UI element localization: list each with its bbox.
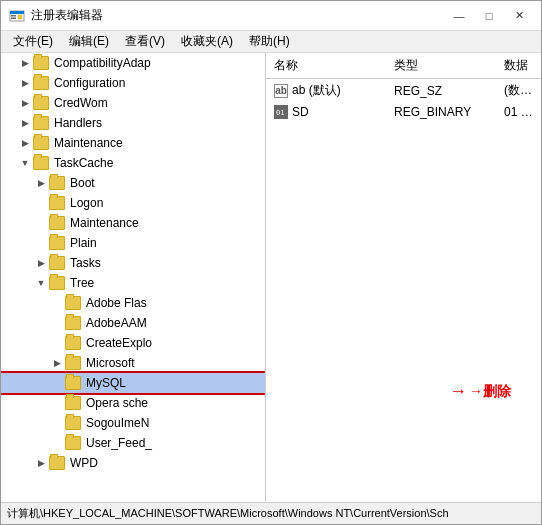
registry-tree-panel[interactable]: ▶ CompatibilityAdap ▶ Configuration ▶ C: [1, 53, 266, 502]
value-data-cell: (数值未: [496, 81, 541, 100]
tree-row[interactable]: ▶ Maintenance: [1, 133, 265, 153]
tree-row[interactable]: ▶ Boot: [1, 173, 265, 193]
right-panel-header: 名称 类型 数据: [266, 53, 541, 79]
registry-value-row[interactable]: ab ab (默认) REG_SZ (数值未: [266, 79, 541, 102]
expander-icon[interactable]: ▼: [17, 155, 33, 171]
folder-icon: [49, 456, 65, 470]
value-name-cell: ab ab (默认): [266, 81, 386, 100]
folder-icon: [49, 196, 65, 210]
folder-icon: [33, 136, 49, 150]
tree-row[interactable]: Logon: [1, 193, 265, 213]
tree-row[interactable]: ▼ TaskCache: [1, 153, 265, 173]
col-header-data: 数据: [496, 55, 541, 76]
right-panel-rows: ab ab (默认) REG_SZ (数值未 01: [266, 79, 541, 502]
tree-row-mysql[interactable]: MySQL: [1, 373, 265, 393]
folder-icon: [33, 76, 49, 90]
folder-icon: [49, 216, 65, 230]
value-type-cell: REG_BINARY: [386, 104, 496, 120]
registry-values-panel: 名称 类型 数据 ab ab (默认) REG_SZ (数值未: [266, 53, 541, 502]
menu-view[interactable]: 查看(V): [117, 31, 173, 52]
expander-placeholder: [33, 215, 49, 231]
value-type-cell: REG_SZ: [386, 83, 496, 99]
tree-node-label: Microsoft: [86, 356, 135, 370]
folder-icon: [65, 436, 81, 450]
tree-node-label: SogouImeN: [86, 416, 149, 430]
menu-bar: 文件(E) 编辑(E) 查看(V) 收藏夹(A) 帮助(H): [1, 31, 541, 53]
tree-node-label: Tree: [70, 276, 94, 290]
expander-icon[interactable]: ▶: [17, 55, 33, 71]
folder-icon: [65, 296, 81, 310]
folder-icon: [33, 116, 49, 130]
folder-icon: [49, 236, 65, 250]
title-text: 注册表编辑器: [31, 7, 103, 24]
expander-placeholder: [49, 335, 65, 351]
tree-node-label: Configuration: [54, 76, 125, 90]
folder-icon: [65, 316, 81, 330]
expander-placeholder: [49, 315, 65, 331]
tree-row[interactable]: ▼ Tree: [1, 273, 265, 293]
maximize-button[interactable]: □: [475, 5, 503, 27]
tree-row[interactable]: Opera sche: [1, 393, 265, 413]
tree-node-label: CredWom: [54, 96, 108, 110]
expander-icon[interactable]: ▶: [17, 95, 33, 111]
expander-placeholder: [49, 395, 65, 411]
tree-node-label: Boot: [70, 176, 95, 190]
expander-placeholder: [49, 375, 65, 391]
tree-row[interactable]: ▶ Microsoft: [1, 353, 265, 373]
minimize-button[interactable]: —: [445, 5, 473, 27]
expander-icon[interactable]: ▶: [33, 175, 49, 191]
expander-icon[interactable]: ▶: [17, 75, 33, 91]
tree-node-label: Handlers: [54, 116, 102, 130]
title-bar: 注册表编辑器 — □ ✕: [1, 1, 541, 31]
tree-row[interactable]: ▶ WPD: [1, 453, 265, 473]
tree-node-label: Plain: [70, 236, 97, 250]
col-header-name: 名称: [266, 55, 386, 76]
folder-icon: [65, 376, 81, 390]
title-bar-left: 注册表编辑器: [9, 7, 103, 24]
expander-placeholder: [49, 295, 65, 311]
expander-placeholder: [33, 195, 49, 211]
menu-file[interactable]: 文件(E): [5, 31, 61, 52]
tree-row[interactable]: User_Feed_: [1, 433, 265, 453]
tree-node-label: WPD: [70, 456, 98, 470]
tree-node-label: Adobe Flas: [86, 296, 147, 310]
expander-icon[interactable]: ▶: [49, 355, 65, 371]
expander-icon[interactable]: ▶: [33, 255, 49, 271]
expander-icon[interactable]: ▶: [33, 455, 49, 471]
expander-icon[interactable]: ▼: [33, 275, 49, 291]
menu-edit[interactable]: 编辑(E): [61, 31, 117, 52]
close-button[interactable]: ✕: [505, 5, 533, 27]
tree-row[interactable]: SogouImeN: [1, 413, 265, 433]
value-name-cell: 01 SD: [266, 104, 386, 120]
tree-row[interactable]: CreateExplo: [1, 333, 265, 353]
tree-row[interactable]: ▶ CompatibilityAdap: [1, 53, 265, 73]
svg-rect-3: [11, 17, 16, 19]
tree-row[interactable]: Plain: [1, 233, 265, 253]
tree-row[interactable]: ▶ Handlers: [1, 113, 265, 133]
status-text: 计算机\HKEY_LOCAL_MACHINE\SOFTWARE\Microsof…: [7, 506, 449, 521]
tree-row[interactable]: ▶ Configuration: [1, 73, 265, 93]
folder-icon: [33, 96, 49, 110]
tree-root: ▶ CompatibilityAdap ▶ Configuration ▶ C: [1, 53, 265, 473]
tree-node-label: User_Feed_: [86, 436, 152, 450]
expander-icon[interactable]: ▶: [17, 135, 33, 151]
expander-placeholder: [49, 435, 65, 451]
folder-icon: [33, 156, 49, 170]
tree-row[interactable]: Adobe Flas: [1, 293, 265, 313]
tree-node-label: MySQL: [86, 376, 126, 390]
tree-node-label: Logon: [70, 196, 103, 210]
reg-sz-icon: ab: [274, 84, 288, 98]
tree-row[interactable]: Maintenance: [1, 213, 265, 233]
tree-row[interactable]: AdobeAAM: [1, 313, 265, 333]
registry-value-row[interactable]: 01 SD REG_BINARY 01 00 0: [266, 102, 541, 122]
svg-rect-2: [11, 15, 16, 17]
menu-help[interactable]: 帮助(H): [241, 31, 298, 52]
tree-row[interactable]: ▶ CredWom: [1, 93, 265, 113]
menu-favorites[interactable]: 收藏夹(A): [173, 31, 241, 52]
expander-icon[interactable]: ▶: [17, 115, 33, 131]
main-area: ▶ CompatibilityAdap ▶ Configuration ▶ C: [1, 53, 541, 502]
tree-row[interactable]: ▶ Tasks: [1, 253, 265, 273]
svg-rect-1: [10, 11, 24, 14]
tree-node-label: CompatibilityAdap: [54, 56, 151, 70]
tree-node-label: CreateExplo: [86, 336, 152, 350]
